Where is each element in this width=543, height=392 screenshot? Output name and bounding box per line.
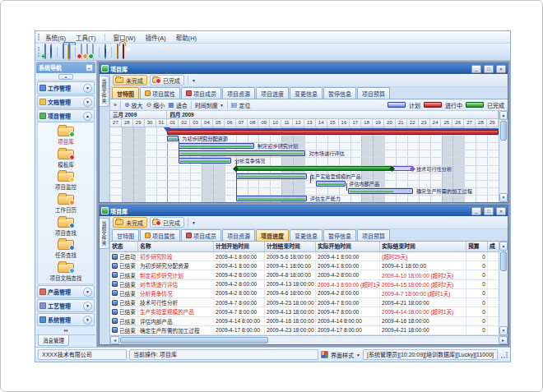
unfinished-filter-button[interactable]: 未完成 — [113, 75, 147, 85]
table-row[interactable]: 已结束技术可行性分析2009-4-7 8:00:002009-4-23 18:0… — [110, 298, 499, 307]
tab-budget[interactable]: 项目预算 — [357, 229, 390, 241]
message-icon-button[interactable] — [91, 44, 95, 60]
menu-item-window[interactable]: 窗口(W) — [112, 33, 137, 42]
gantt-bar-task[interactable] — [348, 188, 413, 194]
close-button[interactable]: × — [496, 65, 506, 73]
minimize-button[interactable]: _ — [471, 65, 481, 73]
gantt-bar-inprogress[interactable] — [167, 130, 499, 135]
minimize-button[interactable]: _ — [471, 207, 481, 215]
gantt-bar-summary[interactable] — [236, 166, 392, 171]
connect-icon-button[interactable] — [44, 44, 47, 60]
scrollbar-thumb[interactable] — [500, 251, 507, 271]
current-folder-vertical-tab[interactable]: 当前文件夹 — [100, 76, 109, 107]
gantt-bar-task[interactable] — [316, 181, 346, 187]
tab-changes[interactable]: 变更信息 — [290, 229, 323, 241]
scroll-up-icon[interactable]: ▲ — [499, 242, 508, 251]
table-row[interactable]: 已结束对市场进行评估2009-4-2 8:00:002009-4-13 18:0… — [110, 280, 499, 289]
locate-button[interactable]: ▤定位 — [231, 101, 251, 109]
collapse-button[interactable]: ▴ — [58, 74, 73, 80]
sidebar-group-product-management[interactable]: 产品管理▼ — [37, 285, 95, 298]
gantt-bar-task[interactable] — [179, 143, 254, 149]
table-row[interactable]: 已结束评估内部产品2009-4-14 8:00:002009-4-16 18:0… — [110, 317, 499, 326]
resize-grip[interactable] — [501, 352, 508, 358]
project-library-icon-button[interactable] — [67, 44, 71, 60]
chevron-down-icon[interactable]: ▼ — [83, 316, 92, 325]
scroll-down-icon[interactable]: ▼ — [499, 193, 508, 202]
tab-pauses[interactable]: 暂停信息 — [323, 87, 356, 99]
help-icon-button[interactable] — [104, 44, 107, 60]
scroll-up-icon[interactable]: ▲ — [499, 111, 508, 120]
tab-resources[interactable]: 项目资源 — [222, 229, 255, 241]
scroll-down-icon[interactable]: ▼ — [499, 326, 508, 335]
finished-filter-button[interactable]: 已完成 — [150, 217, 184, 228]
web-icon-button[interactable] — [49, 44, 53, 60]
gantt-bar-task[interactable] — [236, 196, 307, 201]
zoom-out-button[interactable]: ⊖缩小 — [146, 101, 165, 109]
scrollbar-thumb[interactable] — [500, 121, 507, 141]
tab-properties[interactable]: 项目属性 — [140, 87, 180, 99]
menu-item-tools[interactable]: 工具(T) — [74, 33, 98, 42]
sidebar-group-process-management[interactable]: 工艺管理▼ — [37, 299, 95, 312]
sidebar-item-template-library[interactable]: 模板库 — [38, 148, 94, 171]
sidebar-item-work-calendar[interactable]: 工作日历 — [38, 193, 94, 216]
tab-progress[interactable]: 项目进度 — [256, 87, 289, 99]
sidebar-item-project-library[interactable]: 项目库 — [38, 125, 94, 148]
tab-gantt[interactable]: 甘特图 — [112, 229, 139, 241]
tab-members[interactable]: 项目成员 — [181, 229, 221, 241]
pin-icon[interactable]: ▪ — [86, 64, 93, 71]
column-header-1[interactable]: 名称 — [138, 242, 214, 251]
toolbar-overflow-chevron[interactable]: » — [114, 102, 117, 108]
table-vertical-scrollbar[interactable]: ▲ ▼ — [499, 242, 508, 335]
table-row[interactable]: 已结束确定生产所需的加工过程2009-4-17 8:00:002009-4-23… — [110, 326, 499, 335]
column-header-5[interactable]: 实际结束时间 — [380, 242, 466, 251]
table-row[interactable]: 已结束制定初步研究计划2009-4-2 8:00:002009-4-8 18:0… — [110, 270, 499, 279]
folder-open-icon-button[interactable] — [62, 44, 65, 60]
gantt-bar-task[interactable] — [179, 150, 305, 156]
gantt-bar-task[interactable] — [236, 173, 307, 179]
sidebar-group-project-management[interactable]: 项目管理▲ — [37, 109, 95, 122]
column-header-2[interactable]: 计划开始时间 — [214, 242, 265, 251]
tab-properties[interactable]: 项目属性 — [140, 229, 180, 241]
scroll-left-icon[interactable]: ◄ — [110, 336, 119, 344]
gantt-vertical-scrollbar[interactable]: ▲ ▼ — [499, 111, 508, 202]
chevron-down-icon[interactable]: ▼ — [83, 302, 92, 311]
chevron-up-icon[interactable]: ▲ — [83, 112, 92, 121]
sidebar-item-project-monitor[interactable]: 项目监控 — [38, 170, 94, 193]
scroll-right-icon[interactable]: ► — [499, 336, 508, 344]
fit-button[interactable]: ▦适合 — [168, 101, 188, 109]
filter-more-dropdown[interactable]: ▼ — [192, 220, 196, 225]
table-row[interactable]: 已结束为初步研究分配资源2009-4-1 8:00:002009-4-1 18:… — [110, 261, 499, 270]
chevron-down-icon[interactable]: ▼ — [83, 84, 92, 93]
menu-item-help[interactable]: 帮助(H) — [174, 33, 198, 42]
tab-budget[interactable]: 项目预算 — [357, 87, 390, 99]
exit-icon-button[interactable] — [122, 44, 125, 60]
chevron-down-icon[interactable]: ▼ — [83, 98, 92, 107]
chevron-down-icon[interactable]: ▼ — [83, 288, 92, 297]
table-row[interactable]: 已结束生产实验室规模的产品2009-4-7 8:00:002009-4-13 1… — [110, 307, 499, 316]
interface-style-icon[interactable] — [321, 351, 328, 358]
sidebar-item-project-search[interactable]: 项目查找 — [38, 215, 94, 238]
restore-button[interactable]: □ — [484, 65, 494, 73]
tab-pauses[interactable]: 暂停信息 — [323, 229, 356, 241]
sidebar-item-task-search[interactable]: 任务查找 — [38, 238, 94, 261]
close-button[interactable]: × — [496, 207, 506, 215]
tab-resources[interactable]: 项目资源 — [222, 87, 255, 99]
finished-filter-button[interactable]: 已完成 — [150, 75, 184, 85]
sidebar-group-system-management[interactable]: 系统管理▼ — [37, 313, 95, 326]
sidebar-item-project-doc-search[interactable]: 项目文档查找 — [38, 261, 94, 284]
unfinished-filter-button[interactable]: 未完成 — [113, 217, 147, 228]
table-horizontal-scrollbar[interactable]: ◄ ► — [110, 335, 508, 344]
column-header-4[interactable]: 实际开始时间 — [316, 242, 380, 251]
filter-more-dropdown[interactable]: ▼ — [192, 78, 196, 83]
scrollbar-thumb[interactable] — [120, 337, 268, 344]
gantt-bar-task[interactable] — [179, 158, 231, 164]
current-folder-vertical-tab[interactable]: 当前文件夹 — [100, 218, 109, 249]
tab-changes[interactable]: 变更信息 — [290, 87, 323, 99]
tab-members[interactable]: 项目成员 — [181, 87, 221, 99]
lock-icon-button[interactable] — [116, 44, 119, 60]
gantt-bar-task[interactable] — [167, 136, 179, 141]
table-row[interactable]: 已启动初步研究阶段2009-4-1 8:00:002009-5-6 18:00:… — [110, 252, 499, 261]
window-title-bar[interactable]: 项目库 _ □ × — [100, 63, 508, 74]
menu-item-plugins[interactable]: 插件(A) — [144, 33, 168, 42]
menu-item-system[interactable]: 系统(S) — [44, 33, 67, 42]
